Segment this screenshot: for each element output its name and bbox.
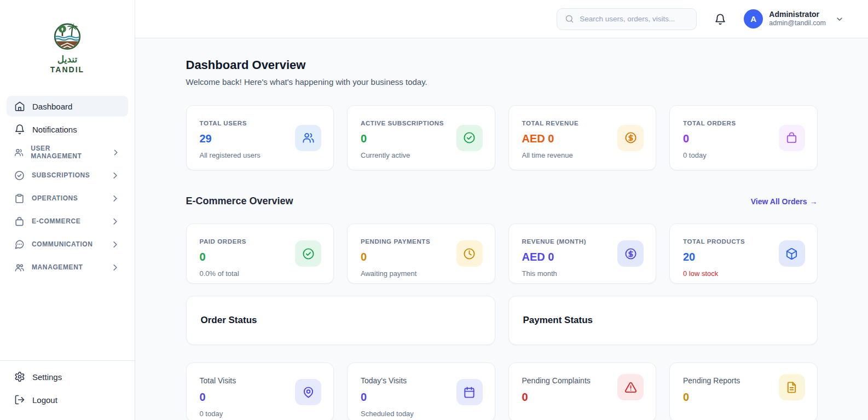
card-todays-visits: Today's Visits 0 Scheduled today: [347, 363, 495, 420]
top-header: A Administrator admin@tandil.com: [135, 0, 868, 38]
sidebar-item-label: Settings: [32, 372, 62, 382]
alert-triangle-icon: [624, 381, 637, 394]
dollar-circle-icon: [624, 131, 637, 144]
sidebar-item-logout[interactable]: Logout: [7, 389, 128, 410]
sidebar-item-label: E-COMMERCE: [32, 217, 80, 225]
sidebar-item-settings[interactable]: Settings: [7, 366, 128, 387]
sidebar-item-notifications[interactable]: Notifications: [7, 119, 128, 140]
card-icon-chip: [779, 240, 805, 267]
card-subtext: 0 today: [200, 410, 321, 418]
sidebar-item-label: USER MANAGEMENT: [31, 145, 97, 160]
overview-cards: TOTAL USERS 29 All registered users ACTI…: [186, 105, 818, 170]
page-title: Dashboard Overview: [186, 58, 818, 72]
bell-icon: [714, 13, 726, 25]
card-revenue-month: REVENUE (MONTH) AED 0 This month: [508, 223, 657, 284]
card-subtext: 0 low stock: [683, 269, 804, 278]
bell-icon: [14, 124, 25, 135]
clock-icon: [463, 248, 476, 260]
sidebar-item-label: Logout: [32, 395, 57, 405]
sidebar-item-label: OPERATIONS: [32, 194, 78, 202]
card-icon-chip: [456, 379, 483, 405]
status-panels: Order Status Payment Status: [186, 296, 818, 345]
chevron-down-icon: [835, 15, 844, 24]
user-email: admin@tandil.com: [769, 19, 826, 28]
home-icon: [14, 101, 25, 112]
order-status-panel: Order Status: [186, 296, 495, 345]
card-icon-chip: [295, 379, 321, 405]
check-circle-icon: [14, 170, 25, 181]
sidebar-item-operations[interactable]: OPERATIONS: [7, 188, 128, 209]
card-pending-reports: Pending Reports 0: [669, 363, 818, 420]
user-menu[interactable]: A Administrator admin@tandil.com: [744, 9, 844, 28]
sidebar-item-subscriptions[interactable]: SUBSCRIPTIONS: [7, 165, 128, 186]
sidebar-footer: Settings Logout: [0, 360, 135, 420]
card-subtext: 0.0% of total: [200, 269, 321, 278]
file-text-icon: [785, 381, 798, 394]
tandil-palm-tree-logo-icon: [50, 19, 84, 53]
page-content: Dashboard Overview Welcome back! Here's …: [135, 38, 868, 420]
clipboard-icon: [14, 193, 25, 204]
panel-title: Order Status: [201, 315, 257, 326]
card-subtext: Currently active: [361, 151, 482, 159]
view-all-orders-link[interactable]: View All Orders →: [751, 197, 818, 206]
sidebar-item-ecommerce[interactable]: E-COMMERCE: [7, 211, 128, 232]
brand-name-arabic: تنديل: [57, 54, 77, 65]
sidebar-item-label: Notifications: [32, 125, 77, 134]
search-box[interactable]: [557, 8, 697, 30]
chat-bubble-icon: [14, 239, 25, 250]
card-icon-chip: [617, 125, 644, 151]
sidebar-item-communication[interactable]: COMMUNICATION: [7, 234, 128, 255]
card-icon-chip: [617, 374, 644, 400]
team-icon: [14, 262, 25, 273]
visits-cards: Total Visits 0 0 today Today's Visits 0 …: [186, 363, 818, 420]
user-name: Administrator: [769, 10, 826, 20]
avatar: A: [744, 9, 763, 28]
brand-name: TANDIL: [50, 65, 84, 74]
shopping-bag-icon: [785, 131, 798, 144]
sidebar-item-label: Dashboard: [32, 102, 72, 111]
card-subtext: All registered users: [200, 151, 321, 159]
package-icon: [785, 248, 798, 260]
card-icon-chip: [295, 240, 321, 267]
sidebar-item-user-management[interactable]: USER MANAGEMENT: [7, 142, 128, 163]
chevron-right-icon: [110, 193, 120, 204]
search-icon: [565, 14, 574, 24]
check-circle-icon: [302, 248, 315, 260]
card-total-orders: TOTAL ORDERS 0 0 today: [669, 105, 818, 170]
card-icon-chip: [295, 125, 321, 151]
payment-status-panel: Payment Status: [508, 296, 818, 345]
card-pending-payments: PENDING PAYMENTS 0 Awaiting payment: [347, 223, 495, 284]
main-area: A Administrator admin@tandil.com Dashboa…: [135, 0, 868, 420]
card-subtext: All time revenue: [522, 151, 643, 159]
sidebar-item-label: COMMUNICATION: [32, 240, 93, 248]
card-total-revenue: TOTAL REVENUE AED 0 All time revenue: [508, 105, 657, 170]
card-icon-chip: [456, 125, 483, 151]
logout-icon: [14, 394, 25, 405]
card-active-subscriptions: ACTIVE SUBSCRIPTIONS 0 Currently active: [347, 105, 495, 170]
card-pending-complaints: Pending Complaints 0: [508, 363, 657, 420]
search-input[interactable]: [580, 15, 688, 23]
card-icon-chip: [456, 240, 483, 267]
card-subtext: Scheduled today: [361, 410, 482, 418]
card-icon-chip: [617, 240, 644, 267]
ecommerce-section-header: E-Commerce Overview View All Orders →: [186, 195, 818, 207]
sidebar-item-label: MANAGEMENT: [32, 263, 83, 271]
shopping-bag-icon: [14, 216, 25, 227]
card-subtext: 0 today: [683, 151, 804, 159]
dollar-circle-icon: [624, 248, 637, 260]
card-subtext: This month: [522, 269, 643, 278]
section-title: E-Commerce Overview: [186, 195, 293, 207]
calendar-icon: [463, 386, 476, 399]
sidebar-item-management[interactable]: MANAGEMENT: [7, 257, 128, 278]
view-all-orders-label: View All Orders: [751, 197, 807, 206]
card-total-users: TOTAL USERS 29 All registered users: [186, 105, 334, 170]
chevron-right-icon: [110, 170, 120, 181]
card-icon-chip: [779, 125, 805, 151]
page-subtitle: Welcome back! Here's what's happening wi…: [186, 77, 818, 87]
sidebar-item-label: SUBSCRIPTIONS: [32, 171, 90, 179]
notifications-button[interactable]: [714, 13, 726, 25]
card-subtext: Awaiting payment: [361, 269, 482, 278]
sidebar-item-dashboard[interactable]: Dashboard: [7, 96, 128, 117]
brand-logo: تنديل TANDIL: [0, 19, 135, 74]
card-paid-orders: PAID ORDERS 0 0.0% of total: [186, 223, 334, 284]
